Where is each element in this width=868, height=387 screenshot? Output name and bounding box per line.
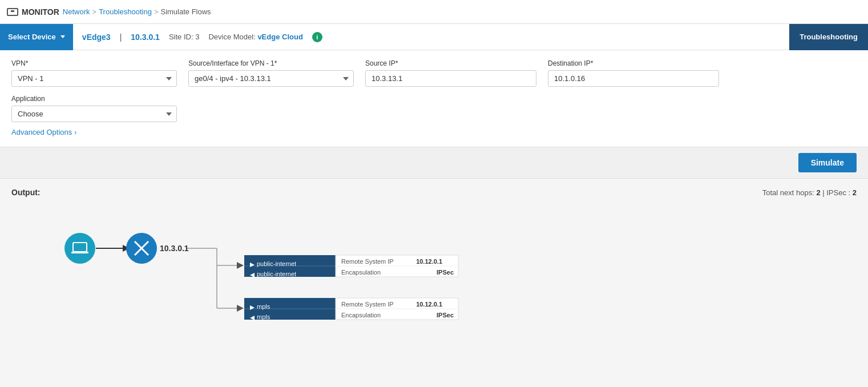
laptop-node xyxy=(64,233,95,264)
svg-text:10.12.0.1: 10.12.0.1 xyxy=(416,258,442,265)
application-group: Application Choose xyxy=(11,95,177,122)
output-label: Output: xyxy=(11,188,41,197)
troubleshooting-button[interactable]: Troubleshooting xyxy=(789,24,868,50)
router-ip-label: 10.3.0.1 xyxy=(160,244,189,253)
device-model-value: vEdge Cloud xyxy=(257,33,302,41)
form-section: VPN* VPN - 1 Source/Interface for VPN - … xyxy=(0,50,868,147)
output-section: Output: Total next hops: 2 | IPSec : 2 1… xyxy=(0,179,868,350)
svg-text:IPSec: IPSec xyxy=(437,312,454,319)
hops-info: Total next hops: 2 | IPSec : 2 xyxy=(762,188,857,197)
destination-ip-input[interactable] xyxy=(548,70,719,87)
simulate-button[interactable]: Simulate xyxy=(798,153,857,172)
monitor-icon xyxy=(7,8,18,16)
branch-2-arrow-icon xyxy=(237,305,244,312)
device-info: vEdge3 | 10.3.0.1 Site ID: 3 Device Mode… xyxy=(73,32,789,42)
site-id: Site ID: 3 xyxy=(169,33,199,41)
device-name: vEdge3 xyxy=(82,33,111,42)
svg-text:mpls: mpls xyxy=(257,313,271,320)
device-bar: Select Device vEdge3 | 10.3.0.1 Site ID:… xyxy=(0,24,868,50)
dropdown-arrow-icon xyxy=(60,35,65,38)
monitor-label: MONITOR xyxy=(22,7,59,17)
svg-text:10.12.0.1: 10.12.0.1 xyxy=(416,301,442,308)
interface-select[interactable]: ge0/4 - ipv4 - 10.3.13.1 xyxy=(188,70,354,87)
breadcrumb-troubleshooting[interactable]: Troubleshooting xyxy=(99,7,152,16)
source-ip-input[interactable] xyxy=(365,70,536,87)
chevron-right-icon: › xyxy=(74,128,76,136)
device-ip: 10.3.0.1 xyxy=(131,33,160,42)
device-model-label: Device Model: vEdge Cloud xyxy=(208,33,302,41)
interface-group: Source/Interface for VPN - 1* ge0/4 - ip… xyxy=(188,59,354,87)
destination-ip-label: Destination IP* xyxy=(548,59,719,67)
advanced-options[interactable]: Advanced Options › xyxy=(11,128,857,136)
breadcrumb-current: Simulate Flows xyxy=(160,7,211,16)
sep1: > xyxy=(92,7,97,16)
advanced-options-label: Advanced Options xyxy=(11,128,72,136)
destination-ip-group: Destination IP* xyxy=(548,59,719,87)
form-row-1: VPN* VPN - 1 Source/Interface for VPN - … xyxy=(11,59,857,87)
svg-text:IPSec: IPSec xyxy=(437,269,454,276)
svg-text:Remote System IP: Remote System IP xyxy=(341,301,394,308)
device-separator: | xyxy=(120,33,122,42)
form-row-2: Application Choose xyxy=(11,95,857,122)
info-icon[interactable]: i xyxy=(312,32,322,42)
application-select[interactable]: Choose xyxy=(11,106,177,122)
source-ip-group: Source IP* xyxy=(365,59,536,87)
output-header: Output: Total next hops: 2 | IPSec : 2 xyxy=(11,188,857,197)
flow-svg: 10.3.0.1 public-internet public-internet xyxy=(11,208,525,334)
application-label: Application xyxy=(11,95,177,103)
select-device-label: Select Device xyxy=(8,33,56,41)
vpn-group: VPN* VPN - 1 xyxy=(11,59,177,87)
interface-label: Source/Interface for VPN - 1* xyxy=(188,59,354,67)
svg-text:public-internet: public-internet xyxy=(257,271,296,277)
svg-rect-1 xyxy=(71,252,88,253)
sep2: > xyxy=(154,7,159,16)
simulate-bar: Simulate xyxy=(0,147,868,179)
svg-text:Encapsulation: Encapsulation xyxy=(341,312,381,319)
vpn-select[interactable]: VPN - 1 xyxy=(11,70,177,87)
breadcrumb-network[interactable]: Network xyxy=(63,7,90,16)
svg-text:Encapsulation: Encapsulation xyxy=(341,269,381,276)
vpn-label: VPN* xyxy=(11,59,177,67)
select-device-button[interactable]: Select Device xyxy=(0,24,73,50)
svg-text:Remote System IP: Remote System IP xyxy=(341,258,394,265)
flow-diagram: 10.3.0.1 public-internet public-internet xyxy=(11,208,857,336)
source-ip-label: Source IP* xyxy=(365,59,536,67)
top-nav: MONITOR Network > Troubleshooting > Simu… xyxy=(0,0,868,24)
branch-1-arrow-icon xyxy=(237,262,244,269)
